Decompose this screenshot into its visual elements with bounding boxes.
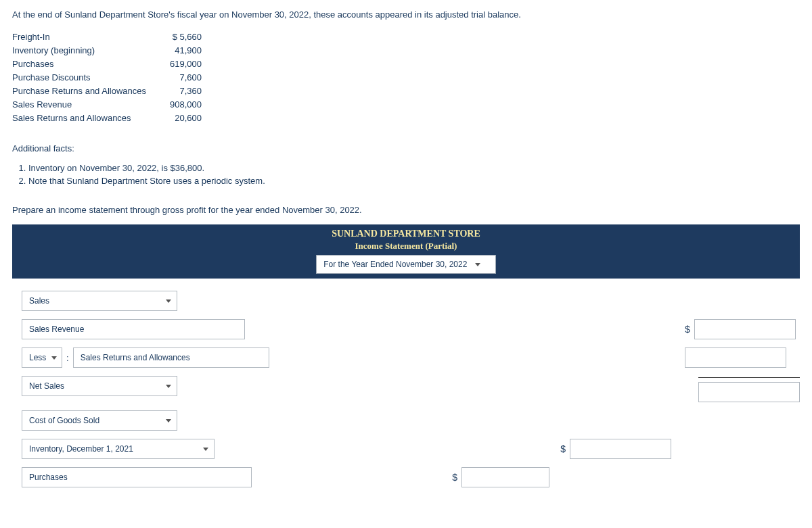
currency-symbol: $	[452, 472, 457, 483]
account-value: 7,600	[154, 72, 202, 82]
field-value: Purchases	[29, 473, 68, 482]
select-value: Sales	[29, 296, 160, 306]
net-sales-select[interactable]: Net Sales	[22, 376, 177, 396]
colon-label: :	[66, 353, 69, 363]
purchases-amount-input[interactable]	[461, 467, 549, 487]
chevron-down-icon	[203, 448, 208, 451]
chevron-down-icon	[166, 419, 171, 423]
account-label: Sales Returns and Allowances	[12, 113, 154, 123]
accounts-table: Freight-In $ 5,660 Inventory (beginning)…	[12, 32, 800, 123]
sales-returns-amount-input[interactable]	[685, 347, 786, 368]
period-select-value: For the Year Ended November 30, 2022	[323, 260, 467, 269]
purchases-field[interactable]: Purchases	[22, 467, 252, 487]
sales-revenue-amount-input[interactable]	[694, 319, 796, 339]
account-label: Freight-In	[12, 32, 154, 42]
account-label: Inventory (beginning)	[12, 45, 154, 55]
account-label: Sales Revenue	[12, 99, 154, 110]
chevron-down-icon	[166, 299, 171, 303]
prepare-instruction: Prepare an income statement through gros…	[12, 205, 800, 215]
beginning-inventory-amount-input[interactable]	[570, 439, 671, 459]
select-value: Less	[29, 353, 46, 362]
intro-text: At the end of Sunland Department Store's…	[12, 9, 800, 20]
sales-revenue-field[interactable]: Sales Revenue	[22, 319, 245, 339]
chevron-down-icon	[51, 356, 57, 360]
account-label: Purchase Discounts	[12, 72, 154, 82]
income-statement-form: Sales Sales Revenue $ Less : Sales Retur…	[12, 291, 800, 487]
additional-facts-heading: Additional facts:	[12, 143, 800, 153]
currency-symbol: $	[685, 324, 690, 335]
fact-item: Note that Sunland Department Store uses …	[28, 176, 800, 186]
select-value: Cost of Goods Sold	[29, 416, 160, 425]
account-label: Purchase Returns and Allowances	[12, 86, 154, 96]
company-name: SUNLAND DEPARTMENT STORE	[298, 229, 514, 239]
account-value: 619,000	[154, 59, 202, 69]
statement-title: Income Statement (Partial)	[298, 241, 514, 251]
net-sales-amount-input[interactable]	[698, 382, 800, 402]
account-value: 41,900	[154, 45, 202, 55]
subtotal-rule	[698, 377, 800, 378]
beginning-inventory-select[interactable]: Inventory, December 1, 2021	[22, 439, 215, 459]
account-value: 20,600	[154, 113, 202, 123]
facts-list: Inventory on November 30, 2022, is $36,8…	[12, 163, 800, 186]
field-value: Sales Returns and Allowances	[81, 353, 190, 362]
account-value: $ 5,660	[154, 32, 202, 42]
fact-item: Inventory on November 30, 2022, is $36,8…	[28, 163, 800, 173]
sales-returns-field[interactable]: Sales Returns and Allowances	[73, 347, 269, 368]
chevron-down-icon	[475, 263, 480, 266]
select-value: Inventory, December 1, 2021	[29, 444, 198, 454]
sales-section-select[interactable]: Sales	[22, 291, 177, 311]
less-select[interactable]: Less	[22, 347, 62, 368]
account-value: 7,360	[154, 86, 202, 96]
select-value: Net Sales	[29, 381, 160, 391]
account-value: 908,000	[154, 99, 202, 110]
field-value: Sales Revenue	[29, 325, 84, 334]
account-label: Purchases	[12, 59, 154, 69]
statement-header-banner: SUNLAND DEPARTMENT STORE Income Statemen…	[12, 224, 800, 279]
chevron-down-icon	[166, 385, 171, 388]
period-select[interactable]: For the Year Ended November 30, 2022	[316, 255, 496, 274]
cogs-section-select[interactable]: Cost of Goods Sold	[22, 410, 177, 431]
currency-symbol: $	[560, 443, 566, 454]
